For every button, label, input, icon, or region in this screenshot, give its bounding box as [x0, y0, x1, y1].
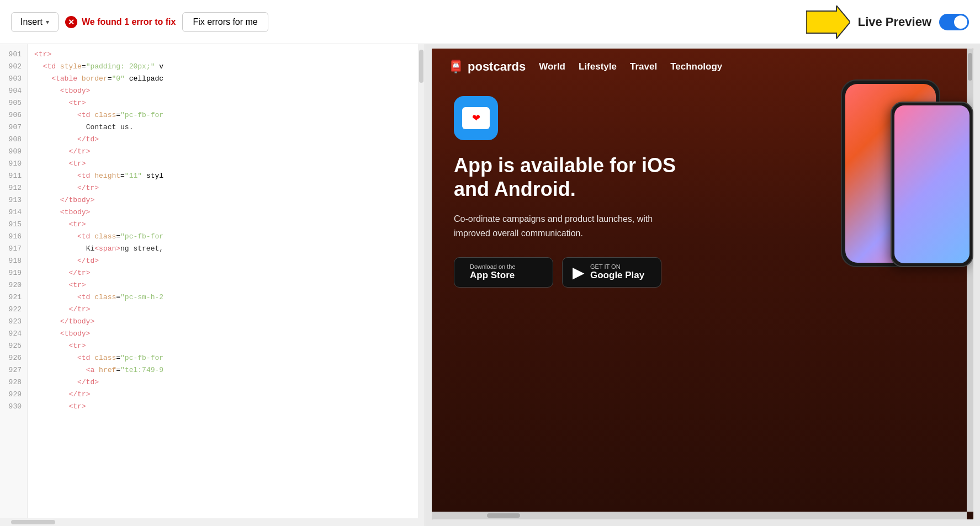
fix-errors-button[interactable]: Fix errors for me: [182, 12, 268, 32]
code-line: Contact us.: [34, 121, 418, 134]
code-line: <td class="pc-fb-for: [34, 352, 418, 364]
app-store-text: Download on the App Store: [470, 263, 516, 281]
horizontal-scrollbar-thumb[interactable]: [11, 520, 55, 524]
code-line: <td class="pc-fb-for: [34, 109, 418, 121]
code-line: <tr>: [34, 49, 418, 61]
chevron-down-icon: ▾: [46, 18, 49, 26]
code-line: </tr>: [34, 182, 418, 194]
code-editor-panel: 901902903904905 906907908909910 91191291…: [0, 44, 425, 526]
play-store-label-large: Google Play: [590, 270, 644, 281]
code-lines: 901902903904905 906907908909910 91191291…: [0, 44, 425, 518]
code-line: <td height="11" styl: [34, 170, 418, 182]
line-numbers: 901902903904905 906907908909910 91191291…: [0, 44, 28, 518]
error-badge: ✕ We found 1 error to fix: [65, 16, 176, 28]
vertical-scrollbar[interactable]: [418, 44, 425, 518]
nav-item-lifestyle[interactable]: Lifestyle: [579, 61, 617, 72]
horizontal-scrollbar[interactable]: [0, 518, 425, 526]
fix-errors-label: Fix errors for me: [193, 17, 257, 26]
preview-body: App is available for iOS and Android. Co…: [432, 85, 973, 299]
code-line: </tr>: [34, 267, 418, 279]
code-line: <tr>: [34, 279, 418, 291]
nav-item-world[interactable]: World: [539, 61, 565, 72]
code-line: </td>: [34, 255, 418, 267]
code-line: <tbody>: [34, 85, 418, 97]
code-line: <td class="pc-fb-for: [34, 231, 418, 243]
phone-mockup-front: [891, 102, 973, 267]
main-content: 901902903904905 906907908909910 91191291…: [0, 44, 980, 526]
app-subtitle: Co-ordinate campaigns and product launch…: [454, 212, 664, 240]
nav-item-technology[interactable]: Technology: [670, 61, 722, 72]
insert-label: Insert: [20, 17, 43, 27]
code-content[interactable]: <tr> <td style="padding: 20px;" v <table…: [28, 44, 425, 518]
code-line: <tr>: [34, 340, 418, 352]
preview-panel: 📮 postcards World Lifestyle Travel Techn…: [425, 44, 980, 526]
code-line: <tr>: [34, 219, 418, 231]
preview-hscroll-thumb[interactable]: [487, 513, 520, 518]
code-editor[interactable]: 901902903904905 906907908909910 91191291…: [0, 44, 425, 518]
live-preview-toggle[interactable]: [939, 14, 969, 30]
code-line: </tr>: [34, 146, 418, 158]
preview-logo: 📮 postcards: [448, 60, 526, 74]
preview-inner: 📮 postcards World Lifestyle Travel Techn…: [432, 49, 973, 519]
code-line: </tr>: [34, 304, 418, 316]
nav-item-travel[interactable]: Travel: [630, 61, 657, 72]
code-line: <tr>: [34, 97, 418, 109]
code-line: </td>: [34, 376, 418, 389]
app-icon-inner: [462, 107, 490, 129]
app-title: App is available for iOS and Android.: [454, 153, 686, 201]
preview-content: 📮 postcards World Lifestyle Travel Techn…: [432, 49, 973, 299]
code-line: <tbody>: [34, 328, 418, 340]
phone-screen-front: [894, 105, 970, 263]
live-preview-label: Live Preview: [858, 15, 931, 29]
app-store-label-small: Download on the: [470, 263, 516, 270]
toolbar: Insert ▾ ✕ We found 1 error to fix Fix e…: [0, 0, 980, 44]
google-play-button[interactable]: ▶ GET IT ON Google Play: [562, 257, 661, 288]
code-line: <tr>: [34, 158, 418, 170]
live-preview-area: Live Preview: [806, 6, 969, 39]
vertical-scrollbar-thumb[interactable]: [419, 50, 423, 83]
error-text: We found 1 error to fix: [82, 17, 176, 27]
phone-mockups: [797, 68, 973, 299]
code-line: <table border="0" cellpadc: [34, 73, 418, 85]
code-line: <td style="padding: 20px;" v: [34, 61, 418, 73]
arrow-icon: [806, 6, 850, 39]
code-line: <a href="tel:749-9: [34, 364, 418, 376]
play-store-text: GET IT ON Google Play: [590, 263, 644, 281]
insert-button[interactable]: Insert ▾: [11, 12, 59, 32]
preview-horizontal-scrollbar[interactable]: [432, 512, 967, 519]
code-line: Ki<span>ng street,: [34, 243, 418, 255]
code-line: <tbody>: [34, 206, 418, 219]
code-line: </tbody>: [34, 316, 418, 328]
code-line: </tr>: [34, 389, 418, 401]
play-store-label-small: GET IT ON: [590, 263, 644, 270]
app-icon: [454, 96, 498, 140]
logo-icon: 📮: [448, 60, 463, 74]
app-store-button[interactable]: Download on the App Store: [454, 257, 553, 288]
code-line: </td>: [34, 134, 418, 146]
code-line: <tr>: [34, 401, 418, 413]
logo-text: postcards: [468, 60, 526, 74]
google-play-icon: ▶: [573, 263, 585, 281]
error-icon: ✕: [65, 16, 77, 28]
svg-marker-0: [806, 6, 850, 39]
app-store-label-large: App Store: [470, 270, 516, 281]
code-line: <td class="pc-sm-h-2: [34, 291, 418, 304]
code-line: </tbody>: [34, 194, 418, 206]
